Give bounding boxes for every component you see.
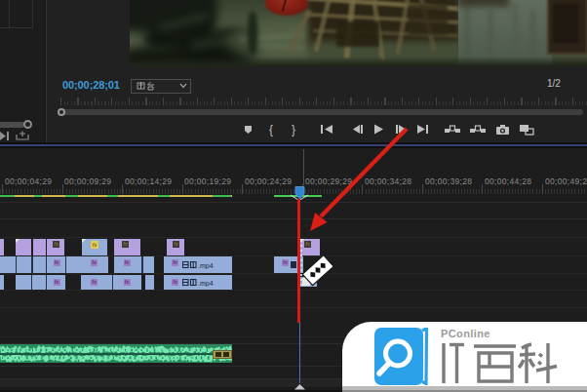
- svg-text:.mp4: .mp4: [198, 261, 214, 269]
- svg-text:{: {: [269, 123, 273, 137]
- svg-text:.mp4: .mp4: [198, 279, 214, 287]
